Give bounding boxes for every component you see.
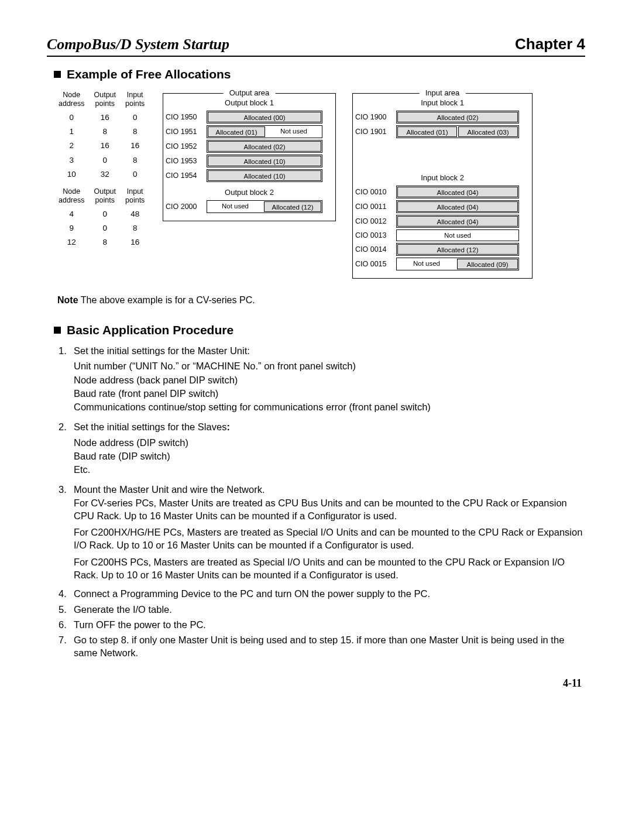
alloc-line: Allocated (04) (396, 215, 519, 228)
proc-body: Set the initial settings for the Slaves:… (74, 420, 585, 481)
input-area-frame: Input area Input block 1 CIO 1900Allocat… (352, 93, 533, 279)
alloc-line: Not usedAllocated (09) (396, 258, 519, 270)
proc-lead: Turn OFF the power to the PC. (74, 618, 585, 631)
alloc-line: Allocated (10) (207, 155, 322, 167)
proc-para: For CV-series PCs, Master Units are trea… (74, 496, 585, 523)
proc-item: 3.Mount the Master Unit and wire the Net… (59, 483, 585, 585)
proc-number: 5. (59, 603, 74, 616)
proc-lead: Connect a Programming Device to the PC a… (74, 587, 585, 600)
proc-sub-line: Communications continue/stop setting for… (74, 400, 585, 413)
page-header: CompoBus/D System Startup Chapter 4 (47, 35, 585, 57)
cio-row: CIO 1951Allocated (01)Not used (166, 125, 333, 138)
allocated-cell: Allocated (02) (397, 112, 518, 122)
allocated-cell: Allocated (04) (397, 201, 518, 212)
header-left: CompoBus/D System Startup (47, 36, 229, 53)
cio-label: CIO 0010 (355, 188, 394, 196)
section-title-text: Basic Application Procedure (67, 323, 233, 337)
input-area-legend: Input area (420, 88, 466, 97)
proc-para: For C200HS PCs, Masters are treated as S… (74, 556, 585, 582)
node-table-2: NodeaddressOutputpointsInputpoints404890… (54, 185, 149, 250)
proc-sub: Node address (DIP switch)Baud rate (DIP … (74, 436, 585, 476)
alloc-line: Allocated (02) (207, 140, 322, 153)
cio-label: CIO 0012 (355, 217, 394, 225)
cio-row: CIO 0013Not used (355, 229, 530, 241)
note-line: Note The above example is for a CV-serie… (57, 295, 585, 306)
cio-label: CIO 1900 (355, 113, 394, 121)
proc-body: Set the initial settings for the Master … (74, 344, 585, 418)
cio-row: CIO 1952Allocated (02) (166, 140, 333, 153)
header-right: Chapter 4 (515, 35, 585, 53)
output-area-legend: Output area (224, 88, 276, 97)
note-label: Note (57, 295, 78, 305)
cio-row: CIO 0011Allocated (04) (355, 200, 530, 213)
cio-row: CIO 1953Allocated (10) (166, 155, 333, 167)
allocated-cell: Allocated (10) (208, 156, 321, 166)
allocation-diagram: NodeaddressOutputpointsInputpoints016018… (54, 88, 585, 279)
proc-sub-line: Baud rate (front panel DIP switch) (74, 387, 585, 400)
proc-item: 7.Go to step 8. if only one Master Unit … (59, 633, 585, 660)
allocated-cell: Allocated (02) (208, 141, 321, 152)
proc-sub-line: Node address (DIP switch) (74, 436, 585, 449)
proc-sub-line: Unit number (“UNIT No.” or “MACHINE No.”… (74, 359, 585, 372)
cio-label: CIO 2000 (166, 203, 204, 211)
cio-label: CIO 1954 (166, 172, 204, 180)
allocated-cell: Allocated (04) (397, 187, 518, 197)
proc-number: 6. (59, 618, 74, 631)
proc-lead: Generate the I/O table. (74, 603, 585, 616)
cio-label: CIO 1951 (166, 128, 204, 136)
cio-row: CIO 1900Allocated (02) (355, 111, 530, 124)
cio-label: CIO 1901 (355, 128, 394, 136)
page-number: 4-11 (47, 677, 582, 690)
output-area-frame: Output area Output block 1 CIO 1950Alloc… (163, 93, 336, 221)
not-used-cell: Not used (207, 201, 263, 211)
cio-row: CIO 0014Allocated (12) (355, 243, 530, 256)
cio-label: CIO 0015 (355, 260, 394, 268)
proc-body: Turn OFF the power to the PC. (74, 618, 585, 631)
cio-label: CIO 0014 (355, 245, 394, 253)
allocated-cell: Allocated (10) (208, 170, 321, 181)
cio-label: CIO 1953 (166, 157, 204, 165)
output-block2-rows: CIO 2000Not usedAllocated (12) (166, 200, 333, 213)
allocated-cell: Allocated (00) (208, 112, 321, 122)
proc-item: 1.Set the initial settings for the Maste… (59, 344, 585, 418)
cio-row: CIO 2000Not usedAllocated (12) (166, 200, 333, 213)
proc-lead: Set the initial settings for the Master … (74, 344, 585, 357)
proc-sub-line: Node address (back panel DIP switch) (74, 373, 585, 386)
cio-label: CIO 0011 (355, 203, 394, 211)
allocated-cell: Allocated (04) (397, 216, 518, 227)
section-title-basic-proc: Basic Application Procedure (54, 323, 585, 337)
proc-item: 4.Connect a Programming Device to the PC… (59, 587, 585, 600)
input-block1-rows: CIO 1900Allocated (02)CIO 1901Allocated … (355, 111, 530, 138)
proc-number: 2. (59, 420, 74, 481)
alloc-line: Not usedAllocated (12) (207, 200, 322, 213)
cio-row: CIO 0015Not usedAllocated (09) (355, 258, 530, 270)
proc-lead: Mount the Master Unit and wire the Netwo… (74, 483, 585, 496)
cio-label: CIO 0013 (355, 231, 394, 239)
proc-body: Connect a Programming Device to the PC a… (74, 587, 585, 600)
proc-sub: Unit number (“UNIT No.” or “MACHINE No.”… (74, 359, 585, 413)
proc-lead: Set the initial settings for the Slaves: (74, 420, 585, 433)
output-block1-title: Output block 1 (166, 98, 333, 107)
allocated-cell: Allocated (01) (397, 126, 457, 137)
cio-row: CIO 0010Allocated (04) (355, 186, 530, 198)
procedure-list: 1.Set the initial settings for the Maste… (59, 344, 585, 660)
cio-row: CIO 1954Allocated (10) (166, 169, 333, 182)
node-tables-col: NodeaddressOutputpointsInputpoints016018… (54, 88, 163, 250)
cio-row: CIO 1901Allocated (01)Allocated (03) (355, 125, 530, 138)
not-used-cell: Not used (397, 258, 456, 269)
alloc-line: Allocated (04) (396, 200, 519, 213)
alloc-line: Allocated (10) (207, 169, 322, 182)
note-text: The above example is for a CV-series PC. (81, 295, 255, 305)
proc-number: 1. (59, 344, 74, 418)
allocated-cell: Allocated (09) (457, 259, 518, 269)
alloc-line: Allocated (02) (396, 111, 519, 124)
bullet-square-icon (54, 71, 61, 78)
not-used-cell: Not used (266, 126, 322, 136)
allocated-cell: Allocated (01) (208, 126, 265, 137)
allocated-cell: Allocated (03) (458, 126, 518, 137)
alloc-line: Allocated (01)Not used (207, 125, 322, 138)
alloc-line: Allocated (01)Allocated (03) (396, 125, 519, 138)
proc-item: 5.Generate the I/O table. (59, 603, 585, 616)
proc-number: 3. (59, 483, 74, 585)
allocated-cell: Allocated (12) (264, 201, 321, 212)
